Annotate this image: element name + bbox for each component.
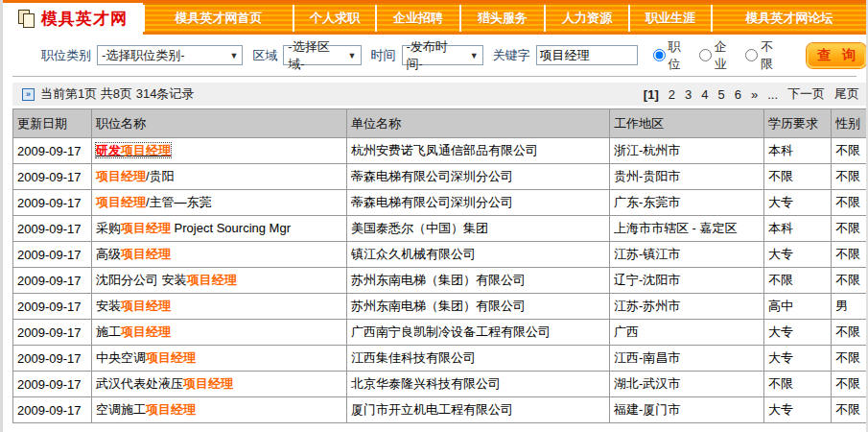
job-title-link[interactable]: 沈阳分公司 安装项目经理 [96,273,237,287]
cell-company: 厦门市开立机电工程有限公司 [347,397,610,423]
job-title-link[interactable]: 研发项目经理 [96,143,171,157]
page-link[interactable]: 6 [735,87,741,102]
page-link[interactable]: 2 [669,87,675,102]
nav-tab-4[interactable]: 猎头服务 [459,5,544,32]
table-row: 2009-09-17高级项目经理镇江众久机械有限公司江苏-镇江市大专不限 [13,242,868,268]
cell-job-title: 项目经理/主管—东莞 [92,190,347,216]
site-logo[interactable]: 模具英才网 [3,3,143,35]
column-header: 更新日期 [13,109,92,138]
column-header: 职位名称 [92,109,347,138]
cell-area: 江苏-苏州市 [610,294,764,320]
page-link[interactable]: 下一页 [787,85,825,103]
cell-date: 2009-09-17 [13,268,92,294]
cell-job-title: 沈阳分公司 安装项目经理 [92,268,347,294]
category-select[interactable]: -选择职位类别- ▼ [97,45,243,65]
cell-job-title: 武汉代表处液压项目经理 [92,372,347,397]
radio-职位[interactable] [653,49,666,61]
radio-option-企业[interactable]: 企业 [699,38,738,73]
time-select-value: -发布时间- [407,38,464,73]
time-label: 时间 [371,47,396,64]
cell-date: 2009-09-17 [13,138,92,164]
cell-gender: 不限 [832,397,868,423]
column-header: 性别 [832,109,868,138]
cell-gender: 不限 [832,164,868,190]
cell-job-title: 研发项目经理 [92,138,347,164]
job-title-link[interactable]: 施工项目经理 [96,324,171,339]
title-text: 研发 [96,143,121,157]
table-header-row: 更新日期职位名称单位名称工作地区学历要求性别 [13,109,868,138]
title-text: 施工 [96,324,121,339]
cell-date: 2009-09-17 [13,372,92,397]
site-title: 模具英才网 [41,8,128,30]
job-title-link[interactable]: 空调施工项目经理 [96,402,196,417]
region-select[interactable]: -选择区域- ▼ [283,45,361,65]
cell-gender: 不限 [832,372,868,397]
cell-area: 福建-厦门市 [610,397,764,423]
time-select[interactable]: -发布时间- ▼ [402,45,483,65]
search-bar: 职位类别 -选择职位类别- ▼ 区域 -选择区域- ▼ 时间 -发布时间- ▼ … [3,35,866,76]
cell-date: 2009-09-17 [13,346,92,372]
title-text: Project Sourcing Mgr [171,221,291,235]
cell-company: 美国泰悉尔（中国）集团 [347,216,610,242]
radio-option-职位[interactable]: 职位 [653,38,692,73]
nav-tab-7[interactable]: 模具英才网论坛 [711,5,866,32]
job-title-link[interactable]: 安装项目经理 [96,299,171,313]
table-row: 2009-09-17施工项目经理广西南宁良凯制冷设备工程有限公司广西大专不限 [13,320,868,346]
keyword-label: 关键字 [493,47,530,64]
page-link[interactable]: ... [767,87,778,102]
table-body: 2009-09-17研发项目经理杭州安费诺飞凤通信部品有限公司浙江-杭州市本科不… [13,138,868,423]
nav-tab-1[interactable]: 模具英才网首页 [143,5,293,32]
column-header: 学历要求 [764,109,832,138]
keyword-highlight: 项目经理 [121,299,171,313]
radio-不限[interactable] [745,49,758,61]
cell-area: 广东-东莞市 [610,190,764,216]
radio-option-不限[interactable]: 不限 [745,38,784,73]
pagination-summary: 当前第1页 共8页 314条记录 [40,85,194,103]
cell-education: 高中 [764,294,832,320]
cell-company: 江西集佳科技有限公司 [347,346,610,372]
keyword-input[interactable] [536,45,638,65]
region-select-value: -选择区域- [288,38,341,73]
job-title-link[interactable]: 中央空调项目经理 [96,350,196,365]
nav-tab-2[interactable]: 个人求职 [293,5,375,32]
cell-date: 2009-09-17 [13,294,92,320]
job-title-link[interactable]: 高级项目经理 [96,247,171,261]
job-title-link[interactable]: 项目经理/主管—东莞 [96,195,212,209]
nav-tab-6[interactable]: 职业生涯 [628,5,711,32]
cell-gender: 男 [832,294,868,320]
job-title-link[interactable]: 武汉代表处液压项目经理 [96,376,233,391]
title-text: 沈阳分公司 安装 [96,273,187,287]
job-table: 更新日期职位名称单位名称工作地区学历要求性别 2009-09-17研发项目经理杭… [12,108,868,423]
cell-job-title: 中央空调项目经理 [92,346,347,372]
nav-tab-3[interactable]: 企业招聘 [375,5,459,32]
cell-area: 江西-南昌市 [610,346,764,372]
page-link[interactable]: 尾页 [834,85,859,103]
nav-tab-5[interactable]: 人力资源 [544,5,628,32]
cell-gender: 不限 [832,320,868,346]
table-row: 2009-09-17沈阳分公司 安装项目经理苏州东南电梯（集团）有限公司辽宁-沈… [13,268,868,294]
cell-education: 大专 [764,397,832,423]
table-row: 2009-09-17安装项目经理苏州东南电梯（集团）有限公司江苏-苏州市高中男 [13,294,868,320]
region-label: 区域 [252,47,277,64]
keyword-highlight: 项目经理 [146,402,196,417]
keyword-highlight: 项目经理 [121,221,171,235]
cell-education: 大专 [764,346,832,372]
cell-gender: 不限 [832,268,868,294]
title-text: 高级 [96,247,121,261]
job-title-link[interactable]: 项目经理/贵阳 [96,169,175,183]
table-row: 2009-09-17武汉代表处液压项目经理北京华泰隆兴科技有限公司湖北-武汉市不… [13,372,868,397]
page-link[interactable]: 5 [717,87,724,102]
query-button[interactable]: 查 询 [807,43,866,68]
radio-label: 职位 [669,38,692,73]
cell-job-title: 施工项目经理 [92,320,347,346]
cell-date: 2009-09-17 [13,242,92,268]
cell-gender: 不限 [832,138,868,164]
table-row: 2009-09-17研发项目经理杭州安费诺飞凤通信部品有限公司浙江-杭州市本科不… [13,138,868,164]
job-title-link[interactable]: 采购项目经理 Project Sourcing Mgr [96,221,291,235]
table-row: 2009-09-17采购项目经理 Project Sourcing Mgr美国泰… [13,216,868,242]
page-link[interactable]: 4 [701,87,708,102]
radio-企业[interactable] [699,49,712,61]
page-link[interactable]: 3 [685,87,692,102]
chevron-down-icon: ▼ [229,51,238,60]
page-link[interactable]: » [751,87,758,102]
